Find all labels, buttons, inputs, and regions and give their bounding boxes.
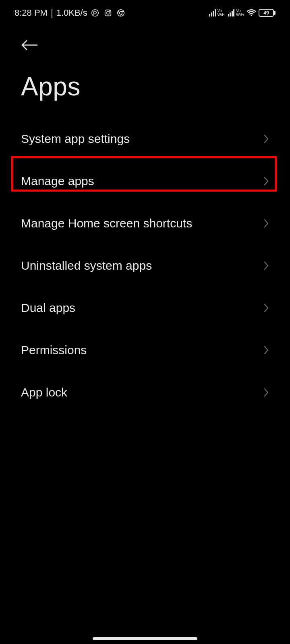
home-indicator[interactable] [93,637,197,640]
chrome-icon [116,8,125,17]
menu-label: Permissions [21,343,87,357]
status-right: Vo WiFi Vo WiFi 49 [209,9,276,17]
chevron-right-icon [263,345,269,355]
menu-label: Manage apps [21,174,94,188]
signal-sim2: Vo WiFi [228,9,244,17]
menu-item-system-app-settings[interactable]: System app settings [0,118,290,160]
instagram-icon [104,8,112,17]
svg-point-3 [109,11,110,12]
back-button[interactable] [21,36,39,54]
menu-label: App lock [21,386,67,399]
menu-item-uninstalled-system-apps[interactable]: Uninstalled system apps [0,244,290,287]
battery-indicator: 49 [259,9,276,17]
svg-point-0 [91,10,98,17]
signal-sim1: Vo WiFi [209,9,226,17]
menu-label: Dual apps [21,301,75,315]
chevron-right-icon [263,134,269,144]
status-separator: | [51,8,53,18]
svg-point-2 [106,12,109,14]
svg-point-6 [251,14,252,16]
menu-label: Manage Home screen shortcuts [21,217,192,230]
status-bar: 8:28 PM | 1.0KB/s [0,0,290,24]
menu-item-manage-home-screen-shortcuts[interactable]: Manage Home screen shortcuts [0,202,290,244]
chevron-right-icon [263,303,269,313]
chevron-right-icon [263,219,269,228]
arrow-left-icon [21,39,38,51]
chevron-right-icon [263,261,269,270]
menu-list: System app settings Manage apps Manage H… [0,118,290,413]
vowifi-label-1: Vo WiFi [218,9,226,17]
page-title: Apps [0,58,290,118]
menu-item-dual-apps[interactable]: Dual apps [0,287,290,329]
menu-item-app-lock[interactable]: App lock [0,371,290,413]
menu-label: System app settings [21,132,130,146]
vowifi-label-2: Vo WiFi [236,9,244,17]
status-net-speed: 1.0KB/s [56,8,87,18]
menu-item-manage-apps[interactable]: Manage apps [0,160,290,202]
status-left: 8:28 PM | 1.0KB/s [14,8,125,18]
chevron-right-icon [263,176,269,186]
whatsapp-icon [91,8,99,17]
wifi-icon [246,9,256,17]
menu-label: Uninstalled system apps [21,259,152,272]
menu-item-permissions[interactable]: Permissions [0,329,290,371]
battery-pct: 49 [263,10,269,16]
status-time: 8:28 PM [14,8,48,18]
chevron-right-icon [263,388,269,397]
